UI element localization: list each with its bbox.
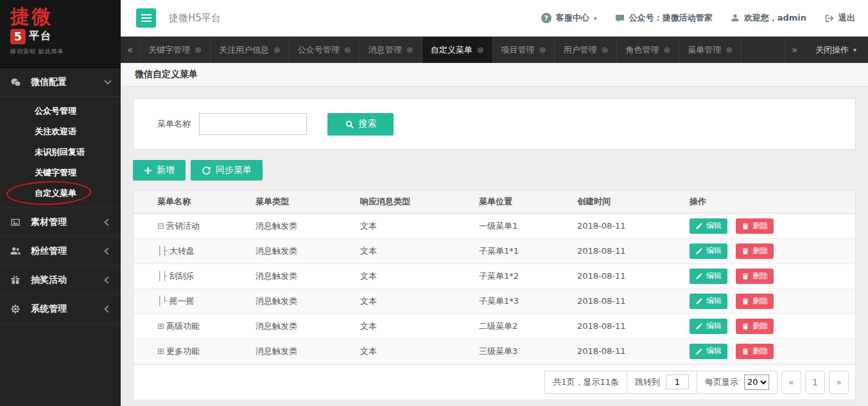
app-root: 捷微 5 平台 移动营销 如此简单 微信配置 公众号管理 关注欢迎语 未识别回复… <box>0 0 868 406</box>
tab-label: 关键字管理 <box>148 44 190 56</box>
tab-7[interactable]: 角色管理 <box>617 37 679 63</box>
sidebar-subitem-custom-menu[interactable]: 自定义菜单 <box>0 183 121 204</box>
tab-close-icon[interactable] <box>725 45 733 55</box>
delete-button[interactable]: 删除 <box>736 344 774 359</box>
pagination: 共1页，显示11条 跳转到 每页显示 20 « 1 » <box>134 364 855 400</box>
search-field-label: 菜单名称 <box>157 118 191 130</box>
tree-node-icon[interactable]: │├ <box>157 246 168 256</box>
per-page-select[interactable]: 20 <box>744 375 769 390</box>
pagination-summary: 共1页，显示11条 <box>544 371 627 394</box>
menu-name-cell: │├大转盘 <box>134 238 256 263</box>
menu-name: 大转盘 <box>169 246 195 256</box>
submenu: 公众号管理 关注欢迎语 未识别回复语 关键字管理 自定义菜单 <box>0 97 121 208</box>
sidebar-item-label: 粉丝管理 <box>31 245 67 257</box>
chevron-icon <box>104 77 111 84</box>
table-row: │├大转盘 消息触发类 文本 子菜单1*1 2018-08-11 编辑 删除 <box>134 238 855 263</box>
menu-table-card: 菜单名称 菜单类型 响应消息类型 菜单位置 创建时间 操作 ⊟营销活动 消息触发… <box>133 190 856 400</box>
trash-icon <box>742 348 749 355</box>
menu-position: 一级菜单1 <box>479 213 577 238</box>
comment-icon <box>615 13 625 23</box>
page-number-button[interactable]: 1 <box>805 371 825 394</box>
response-type: 文本 <box>360 213 479 238</box>
action-toolbar: 新增 同步菜单 <box>133 160 856 181</box>
edit-button[interactable]: 编辑 <box>690 243 727 259</box>
tab-6[interactable]: 用户管理 <box>555 37 617 63</box>
menu-name-input[interactable] <box>199 113 307 135</box>
tab-3[interactable]: 消息管理 <box>360 37 422 63</box>
table-body: ⊟营销活动 消息触发类 文本 一级菜单1 2018-08-11 编辑 删除 │├… <box>134 213 855 364</box>
jump-page-input[interactable] <box>666 375 689 389</box>
caret-down-icon <box>853 46 856 53</box>
tab-2[interactable]: 公众号管理 <box>290 37 360 63</box>
next-page-button[interactable]: » <box>829 371 849 394</box>
edit-button[interactable]: 编辑 <box>690 294 727 309</box>
tab-4[interactable]: 自定义菜单 <box>422 37 493 63</box>
tab-bar: « 关键字管理 关注用户信息 公众号管理 消息管理 自定义菜单 项目管理 用户管… <box>121 37 868 63</box>
menu-name: 营销活动 <box>166 221 200 231</box>
tree-node-icon[interactable]: ⊞ <box>157 346 164 356</box>
sidebar-subitem-unrecognized-reply[interactable]: 未识别回复语 <box>0 142 121 163</box>
service-center-menu[interactable]: 客服中心 <box>541 12 597 24</box>
sidebar-item-wechat-config[interactable]: 微信配置 <box>0 68 121 97</box>
edit-button[interactable]: 编辑 <box>690 344 727 359</box>
search-button-label: 搜索 <box>359 118 377 130</box>
welcome-user[interactable]: 欢迎您，admin <box>731 12 806 24</box>
sidebar-item-system-management[interactable]: 系统管理 <box>0 295 121 324</box>
menu-name-cell: ⊟营销活动 <box>134 213 256 238</box>
menu-type: 消息触发类 <box>256 339 360 364</box>
delete-button[interactable]: 删除 <box>736 294 774 309</box>
close-operations-menu[interactable]: 关闭操作 <box>804 37 868 63</box>
tab-label: 关注用户信息 <box>219 44 269 56</box>
tab-close-icon[interactable] <box>663 45 670 55</box>
sidebar-toggle-button[interactable] <box>136 8 156 28</box>
trash-icon <box>742 247 749 255</box>
delete-button[interactable]: 删除 <box>736 218 774 234</box>
tab-close-icon[interactable] <box>195 45 202 55</box>
add-button[interactable]: 新增 <box>133 160 186 181</box>
tab-0[interactable]: 关键字管理 <box>140 37 211 63</box>
tree-node-icon[interactable]: │└ <box>157 296 168 306</box>
welcome-label: 欢迎您，admin <box>744 12 806 24</box>
topbar: 捷微H5平台 客服中心 公众号：捷微活动管家 欢迎您，admin 退出 <box>121 0 868 37</box>
delete-button[interactable]: 删除 <box>736 269 774 284</box>
sidebar-item-lottery-activity[interactable]: 抽奖活动 <box>0 266 121 295</box>
edit-button[interactable]: 编辑 <box>690 319 727 334</box>
tab-close-icon[interactable] <box>477 45 484 55</box>
trash-icon <box>742 322 749 330</box>
menu-type: 消息触发类 <box>256 288 360 313</box>
search-button[interactable]: 搜索 <box>327 113 394 136</box>
created-time: 2018-08-11 <box>577 263 690 288</box>
sidebar-subitem-official-account[interactable]: 公众号管理 <box>0 101 121 121</box>
table-row: ⊞更多功能 消息触发类 文本 三级菜单3 2018-08-11 编辑 删除 <box>134 339 855 364</box>
tab-close-icon[interactable] <box>539 45 546 55</box>
tab-close-icon[interactable] <box>344 45 351 55</box>
edit-button[interactable]: 编辑 <box>690 269 727 284</box>
sidebar-item-fans-management[interactable]: 粉丝管理 <box>0 237 121 266</box>
col-response-type: 响应消息类型 <box>360 191 479 213</box>
tab-close-icon[interactable] <box>601 45 608 55</box>
tree-node-icon[interactable]: ⊟ <box>157 221 164 231</box>
sync-menu-button[interactable]: 同步菜单 <box>191 160 263 181</box>
delete-button[interactable]: 删除 <box>736 319 774 334</box>
tree-node-icon[interactable]: │├ <box>157 271 168 281</box>
tab-close-icon[interactable] <box>273 45 281 55</box>
sidebar-item-label: 系统管理 <box>31 303 67 315</box>
tab-5[interactable]: 项目管理 <box>493 37 555 63</box>
pagination-perpage: 每页显示 20 <box>697 371 777 394</box>
table-header-row: 菜单名称 菜单类型 响应消息类型 菜单位置 创建时间 操作 <box>134 191 855 213</box>
tree-node-icon[interactable]: ⊞ <box>157 321 164 331</box>
sidebar-group: 微信配置 公众号管理 关注欢迎语 未识别回复语 关键字管理 自定义菜单 <box>0 68 121 208</box>
menu-position: 子菜单1*1 <box>479 238 577 263</box>
sidebar-subitem-follow-welcome[interactable]: 关注欢迎语 <box>0 121 121 142</box>
tab-scroll-right[interactable]: » <box>785 37 804 63</box>
tab-close-icon[interactable] <box>406 45 413 55</box>
tab-1[interactable]: 关注用户信息 <box>211 37 290 63</box>
tab-scroll-left[interactable]: « <box>121 37 140 63</box>
prev-page-button[interactable]: « <box>781 371 801 394</box>
sidebar-item-material-management[interactable]: 素材管理 <box>0 208 121 237</box>
tab-8[interactable]: 菜单管理 <box>679 37 742 63</box>
delete-button[interactable]: 删除 <box>736 243 774 259</box>
sidebar-subitem-keyword-management[interactable]: 关键字管理 <box>0 163 121 183</box>
edit-button[interactable]: 编辑 <box>690 218 727 234</box>
logout-button[interactable]: 退出 <box>824 12 855 24</box>
